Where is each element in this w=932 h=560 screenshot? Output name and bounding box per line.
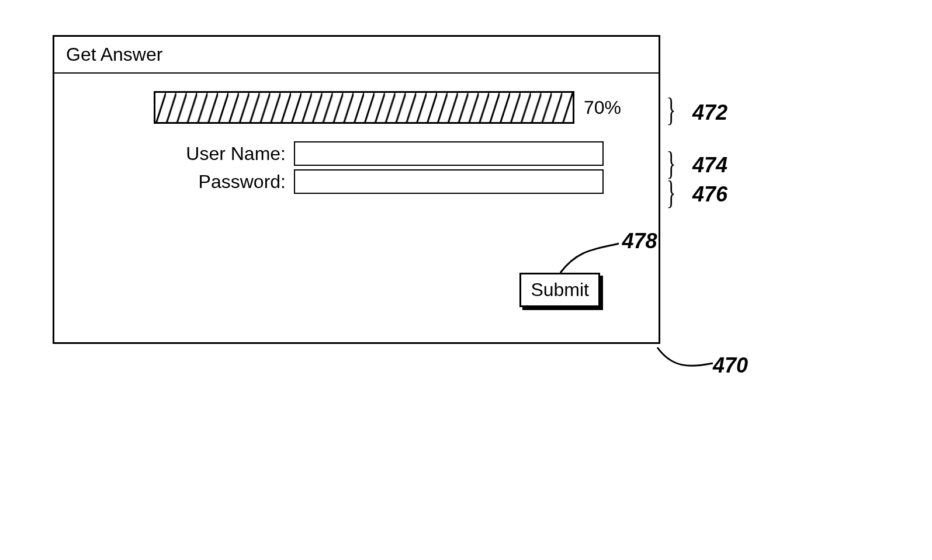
password-input[interactable]	[294, 169, 604, 194]
brace-icon: }	[666, 93, 675, 126]
callout-password: 476	[692, 182, 727, 207]
dialog-window: Get Answer 70% User Name:	[53, 35, 660, 344]
password-label: Password:	[154, 171, 294, 193]
callout-username: 474	[692, 153, 727, 178]
diagram-container: Get Answer 70% User Name:	[53, 35, 695, 344]
callout-window: 470	[713, 353, 748, 378]
submit-area: 478 Submit	[519, 273, 600, 307]
submit-button[interactable]: Submit	[519, 273, 600, 307]
svg-rect-1	[155, 93, 573, 124]
brace-icon: }	[666, 176, 675, 209]
username-input[interactable]	[294, 141, 604, 166]
progress-hatch-icon	[155, 93, 573, 124]
window-content: 70% User Name: Password: 478 Submit	[54, 74, 659, 342]
callout-submit: 478	[622, 229, 657, 253]
progress-row: 70%	[154, 91, 635, 124]
username-label: User Name:	[154, 143, 294, 165]
callout-progress: 472	[692, 100, 727, 125]
progress-percent-label: 70%	[584, 97, 621, 119]
window-title: Get Answer	[54, 37, 659, 74]
progress-bar	[154, 91, 574, 124]
username-row: User Name:	[154, 141, 635, 166]
password-row: Password:	[154, 169, 635, 194]
